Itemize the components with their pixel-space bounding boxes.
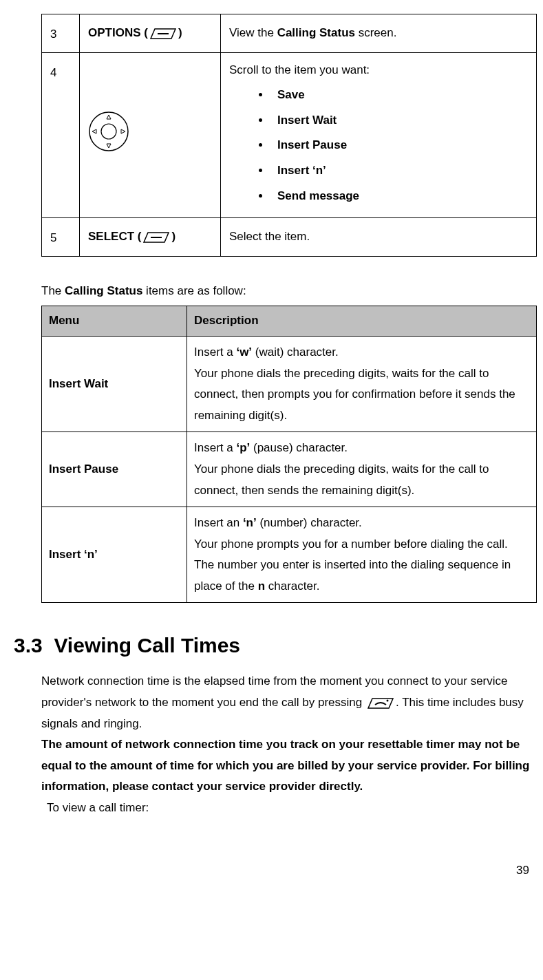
line2a: Your phone prompts you for a number befo… [194,537,511,593]
key-prefix: SELECT ( [88,230,141,243]
section-paragraph-1: Network connection time is the elapsed t… [41,671,533,734]
desc-cell: Insert a ‘w’ (wait) character. Your phon… [187,336,537,432]
line2c: character. [265,579,319,593]
intro-bold: Calling Status [65,284,142,297]
desc-cell: Insert an ‘n’ (number) character. Your p… [187,507,537,603]
svg-point-1 [101,124,116,139]
step-key [80,52,221,218]
step-number: 3 [42,14,80,53]
step-number: 4 [42,52,80,218]
line1c: (pause) character. [250,441,348,454]
line1a: Insert a [194,441,236,454]
intro-pre: The [41,284,65,297]
key-prefix: OPTIONS ( [88,26,148,39]
desc-post: screen. [355,26,396,39]
desc-bold: Calling Status [277,26,355,39]
line1b: ‘n’ [243,516,257,529]
step-key: SELECT () [80,218,221,257]
header-description: Description [187,306,537,337]
list-item: Save [270,85,528,106]
menu-cell: Insert ‘n’ [42,507,187,603]
step-number: 5 [42,218,80,257]
nav-key-icon [88,111,129,152]
menu-cell: Insert Wait [42,336,187,432]
line1a: Insert an [194,516,243,529]
list-item: Insert Wait [270,110,528,131]
header-menu: Menu [42,306,187,337]
step-key: OPTIONS () [80,14,221,53]
steps-table: 3 OPTIONS () View the Calling Status scr… [41,14,537,257]
line2: Your phone dials the preceding digits, w… [194,462,489,497]
svg-marker-3 [107,144,111,148]
svg-point-6 [387,699,389,701]
line1b: ‘p’ [236,441,250,454]
step-desc: Select the item. [221,218,537,257]
line1b: ‘w’ [236,345,252,359]
end-key-icon [365,696,396,711]
line1c: (wait) character. [252,345,339,359]
line2b: n [258,579,265,593]
line1a: Insert a [194,345,236,359]
step-desc: View the Calling Status screen. [221,14,537,53]
intro-text: The Calling Status items are as follow: [41,281,536,302]
softkey-icon [141,230,171,245]
line1c: (number) character. [257,516,362,529]
key-suffix: ) [171,230,175,243]
step-desc: Scroll to the item you want: Save Insert… [221,52,537,218]
list-item: Insert ‘n’ [270,160,528,182]
section-paragraph-2: The amount of network connection time yo… [41,734,533,798]
section-number: 3.3 [14,634,43,657]
svg-marker-2 [107,115,111,119]
section-paragraph-3: To view a call timer: [47,798,536,819]
section-title: Viewing Call Times [54,634,240,657]
key-suffix: ) [178,26,182,39]
list-item: Insert Pause [270,135,528,156]
svg-marker-4 [92,129,96,134]
softkey-icon [148,26,178,41]
description-table: Menu Description Insert Wait Insert a ‘w… [41,306,537,603]
page-number: 39 [14,860,536,882]
menu-cell: Insert Pause [42,432,187,507]
scroll-lead: Scroll to the item you want: [229,60,528,81]
menu-items-list: Save Insert Wait Insert Pause Insert ‘n’… [229,85,528,206]
svg-marker-5 [121,129,125,134]
desc-pre: View the [229,26,277,39]
section-heading: 3.3 Viewing Call Times [14,627,536,664]
svg-point-0 [89,112,128,151]
intro-post: items are as follow: [142,284,246,297]
list-item: Send message [270,186,528,207]
desc-cell: Insert a ‘p’ (pause) character. Your pho… [187,432,537,507]
line2: Your phone dials the preceding digits, w… [194,367,515,422]
